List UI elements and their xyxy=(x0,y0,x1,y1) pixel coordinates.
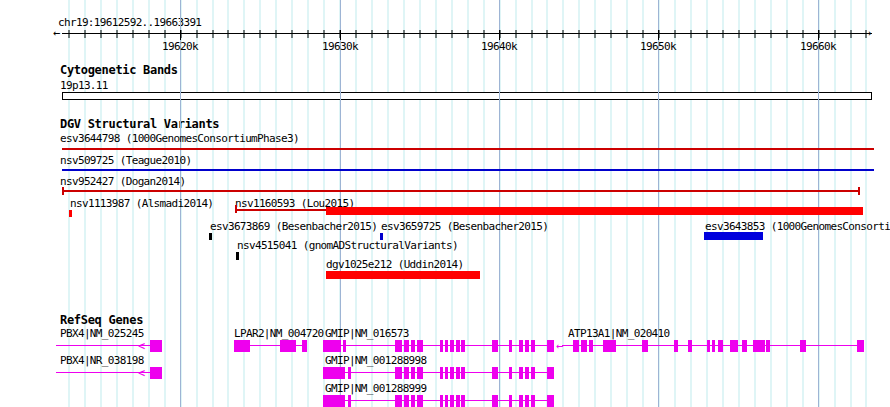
dgv-variant-glyph-hline[interactable] xyxy=(236,209,326,211)
gene-exon[interactable] xyxy=(857,340,864,352)
dgv-variant-glyph-vtick[interactable] xyxy=(858,187,860,195)
dgv-variant-label[interactable]: nsv4515041 (gnomADStructuralVariants) xyxy=(237,239,458,252)
gene-exon[interactable] xyxy=(461,340,465,352)
gene-label[interactable]: GMIP|NM_001288998 xyxy=(325,354,427,367)
gene-intron-line[interactable] xyxy=(56,372,151,373)
gene-exon[interactable] xyxy=(417,340,423,352)
gene-exon[interactable] xyxy=(450,340,454,352)
gene-intron-line[interactable] xyxy=(56,345,151,346)
dgv-variant-glyph-vtick[interactable] xyxy=(69,210,72,217)
gene-exon[interactable] xyxy=(445,367,448,379)
gene-exon[interactable] xyxy=(492,367,498,379)
gene-exon[interactable] xyxy=(404,367,409,379)
gene-exon[interactable] xyxy=(531,367,535,379)
gene-exon[interactable] xyxy=(674,340,678,352)
gene-exon[interactable] xyxy=(519,367,523,379)
gene-exon[interactable] xyxy=(456,367,460,379)
gene-exon[interactable] xyxy=(411,367,415,379)
dgv-variant-glyph-bar[interactable] xyxy=(704,232,763,240)
gene-exon[interactable] xyxy=(525,340,529,352)
gene-exon[interactable] xyxy=(589,340,593,352)
gene-exon[interactable] xyxy=(150,367,162,379)
gene-exon[interactable] xyxy=(642,340,648,352)
gene-label[interactable]: PBX4|NM_025245 xyxy=(60,327,144,340)
gene-exon[interactable] xyxy=(531,395,535,407)
gene-label[interactable]: GMIP|NM_016573 xyxy=(325,327,409,340)
dgv-variant-label[interactable]: nsv952427 (Dogan2014) xyxy=(60,175,185,188)
gene-exon[interactable] xyxy=(525,395,529,407)
dgv-variant-glyph-hline[interactable] xyxy=(62,148,874,150)
dgv-variant-label[interactable]: esv3659725 (Besenbacher2015) xyxy=(381,220,548,233)
gene-exon[interactable] xyxy=(343,340,346,352)
gene-label[interactable]: ATP13A1|NM_020410 xyxy=(568,327,670,340)
gene-exon[interactable] xyxy=(753,340,765,352)
gene-label[interactable]: GMIP|NM_001288999 xyxy=(325,382,427,395)
gene-exon[interactable] xyxy=(280,340,296,352)
gene-exon[interactable] xyxy=(395,367,402,379)
gene-exon[interactable] xyxy=(302,340,307,352)
gene-exon[interactable] xyxy=(509,340,512,352)
gene-exon[interactable] xyxy=(730,340,738,352)
gene-exon[interactable] xyxy=(440,367,443,379)
gene-exon[interactable] xyxy=(688,340,692,352)
gene-exon[interactable] xyxy=(547,340,554,352)
gene-exon[interactable] xyxy=(440,395,443,407)
cytoband-box[interactable] xyxy=(62,92,872,100)
gene-exon[interactable] xyxy=(456,340,460,352)
gene-exon[interactable] xyxy=(234,340,250,352)
gene-exon[interactable] xyxy=(603,340,616,352)
gene-exon[interactable] xyxy=(519,340,523,352)
dgv-variant-glyph-hline[interactable] xyxy=(62,190,860,192)
gene-exon[interactable] xyxy=(547,395,554,407)
cytoband-label[interactable]: 19p13.11 xyxy=(60,79,108,92)
gene-exon[interactable] xyxy=(547,367,554,379)
gene-exon[interactable] xyxy=(450,367,454,379)
gene-exon[interactable] xyxy=(581,340,587,352)
dgv-variant-label[interactable]: esv3673869 (Besenbacher2015) xyxy=(210,220,377,233)
gene-exon[interactable] xyxy=(445,395,448,407)
gene-exon[interactable] xyxy=(445,340,448,352)
gene-exon[interactable] xyxy=(411,395,415,407)
gene-exon[interactable] xyxy=(404,340,409,352)
gene-exon[interactable] xyxy=(404,395,409,407)
gene-exon[interactable] xyxy=(531,340,535,352)
gene-exon[interactable] xyxy=(450,395,454,407)
gene-exon[interactable] xyxy=(395,340,402,352)
dgv-variant-label[interactable]: nsv509725 (Teague2010) xyxy=(60,154,191,167)
gene-label[interactable]: LPAR2|NM_004720 xyxy=(234,327,324,340)
dgv-variant-glyph-bar[interactable] xyxy=(326,207,863,215)
gene-label[interactable]: PBX4|NR_038198 xyxy=(60,354,144,367)
gene-exon[interactable] xyxy=(348,395,351,407)
gene-exon[interactable] xyxy=(492,395,498,407)
gene-exon[interactable] xyxy=(395,395,402,407)
dgv-variant-label[interactable]: dgv1025e212 (Uddin2014) xyxy=(326,258,463,271)
gene-exon[interactable] xyxy=(323,367,345,379)
gene-exon[interactable] xyxy=(348,367,351,379)
gene-exon[interactable] xyxy=(712,340,715,352)
gene-exon[interactable] xyxy=(800,340,806,352)
gene-exon[interactable] xyxy=(492,340,498,352)
gene-exon[interactable] xyxy=(707,340,710,352)
gene-exon[interactable] xyxy=(417,395,423,407)
dgv-variant-glyph-bar[interactable] xyxy=(326,271,480,279)
gene-exon[interactable] xyxy=(323,395,345,407)
dgv-variant-label[interactable]: nsv1113987 (Alsmadi2014) xyxy=(70,197,213,210)
gene-exon[interactable] xyxy=(461,367,465,379)
dgv-variant-glyph-vtick[interactable] xyxy=(62,187,64,195)
gene-exon[interactable] xyxy=(411,340,415,352)
gene-exon[interactable] xyxy=(456,395,460,407)
gene-exon[interactable] xyxy=(525,367,529,379)
gene-exon[interactable] xyxy=(519,395,523,407)
dgv-variant-glyph-hline[interactable] xyxy=(62,169,874,171)
gene-exon[interactable] xyxy=(150,340,162,352)
gene-exon[interactable] xyxy=(718,340,723,352)
gene-exon[interactable] xyxy=(417,367,423,379)
gene-exon[interactable] xyxy=(461,395,465,407)
dgv-variant-glyph-vtick[interactable] xyxy=(236,252,239,260)
gene-exon[interactable] xyxy=(509,395,512,407)
gene-exon[interactable] xyxy=(742,340,747,352)
gene-exon[interactable] xyxy=(323,340,341,352)
gene-exon[interactable] xyxy=(766,340,770,352)
dgv-variant-label[interactable]: esv3644798 (1000GenomesConsortiumPhase3) xyxy=(60,132,299,145)
gene-exon[interactable] xyxy=(509,367,512,379)
